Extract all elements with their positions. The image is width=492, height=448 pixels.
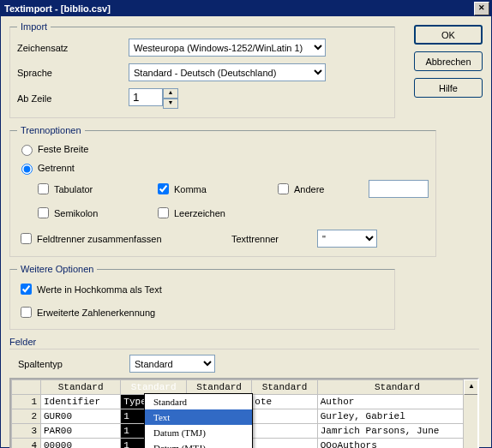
other-checkbox[interactable] xyxy=(278,183,289,194)
coltype-dropdown-menu[interactable]: StandardTextDatum (TMJ)Datum (MTJ)Datum … xyxy=(144,393,253,448)
charset-select[interactable]: Westeuropa (Windows-1252/WinLatin 1) xyxy=(129,39,326,57)
fixed-label: Feste Breite xyxy=(38,144,88,154)
grid-cell[interactable] xyxy=(252,409,317,424)
quoted-checkbox[interactable] xyxy=(21,284,32,295)
window-title: Textimport - [biblio.csv] xyxy=(3,3,474,14)
grid-cell[interactable]: OOoAuthors xyxy=(317,439,477,449)
row-number: 3 xyxy=(12,424,41,439)
fromrow-input[interactable] xyxy=(129,88,163,106)
cancel-button[interactable]: Abbrechen xyxy=(414,51,483,71)
separated-label: Getrennt xyxy=(38,163,75,173)
column-header[interactable]: Standard xyxy=(41,380,121,395)
tab-checkbox[interactable] xyxy=(38,183,49,194)
help-button[interactable]: Hilfe xyxy=(414,78,483,98)
separator-legend: Trennoptionen xyxy=(17,125,85,135)
comma-checkbox[interactable] xyxy=(158,183,169,194)
column-header[interactable]: Standard xyxy=(121,380,186,395)
grid-cell[interactable]: Author xyxy=(317,395,477,409)
grid-cell[interactable] xyxy=(252,424,317,439)
fromrow-spinner[interactable]: ▲▼ xyxy=(129,88,178,109)
other-input[interactable] xyxy=(369,180,429,198)
dropdown-item[interactable]: Datum (TMJ) xyxy=(145,425,252,440)
import-group: Import Zeichensatz Westeuropa (Windows-1… xyxy=(9,21,395,118)
scroll-up-icon[interactable]: ▲ xyxy=(464,379,479,395)
charset-label: Zeichensatz xyxy=(17,43,129,53)
column-header[interactable]: Standard xyxy=(186,380,251,395)
fromrow-label: Ab Zeile xyxy=(17,93,129,104)
dropdown-item[interactable]: Text xyxy=(145,409,252,425)
merge-checkbox[interactable] xyxy=(21,233,32,244)
fields-legend: Felder xyxy=(9,337,479,349)
space-checkbox[interactable] xyxy=(158,207,169,218)
semicolon-checkbox[interactable] xyxy=(38,207,49,218)
dropdown-item[interactable]: Datum (MTJ) xyxy=(145,440,252,448)
separator-group: Trennoptionen Feste Breite Getrennt Tabu… xyxy=(9,125,436,257)
row-number: 1 xyxy=(12,395,41,409)
language-label: Sprache xyxy=(17,68,129,78)
preview-grid[interactable]: StandardStandardStandardStandardStandard… xyxy=(9,378,479,448)
other-legend: Weitere Optionen xyxy=(17,264,97,274)
fixed-radio[interactable] xyxy=(21,145,33,156)
grid-cell[interactable]: Identifier xyxy=(41,395,121,409)
coltype-label: Spaltentyp xyxy=(18,359,129,369)
textdelim-select[interactable]: " xyxy=(317,230,377,248)
coltype-select[interactable]: Standard xyxy=(129,355,215,373)
title-bar: Textimport - [biblio.csv] ✕ xyxy=(1,1,491,16)
language-select[interactable]: Standard - Deutsch (Deutschland) xyxy=(129,63,326,81)
close-button[interactable]: ✕ xyxy=(474,2,489,15)
grid-cell[interactable]: PAR00 xyxy=(41,424,121,439)
import-legend: Import xyxy=(17,21,51,32)
dropdown-item[interactable]: Standard xyxy=(145,394,252,409)
row-number: 2 xyxy=(12,409,41,424)
scrollbar-vertical[interactable]: ▲ xyxy=(463,379,477,448)
spin-down-icon[interactable]: ▼ xyxy=(163,99,178,109)
separated-radio[interactable] xyxy=(21,164,33,175)
row-number: 4 xyxy=(12,439,41,449)
textdelim-label: Texttrenner xyxy=(231,234,317,244)
column-header[interactable]: Standard xyxy=(252,380,317,395)
grid-cell[interactable]: ote xyxy=(252,395,317,409)
ok-button[interactable]: OK xyxy=(414,25,483,45)
grid-cell[interactable]: 00000 xyxy=(41,439,121,449)
detect-checkbox[interactable] xyxy=(21,307,32,318)
grid-cell[interactable]: Jamrich Parsons, June xyxy=(317,424,477,439)
grid-cell[interactable]: Gurley, Gabriel xyxy=(317,409,477,424)
grid-cell[interactable]: GUR00 xyxy=(41,409,121,424)
grid-corner xyxy=(12,380,41,395)
column-header[interactable]: Standard xyxy=(317,380,477,395)
grid-cell[interactable] xyxy=(252,439,317,449)
other-group: Weitere Optionen Werte in Hochkomma als … xyxy=(9,264,395,330)
spin-up-icon[interactable]: ▲ xyxy=(163,88,178,99)
